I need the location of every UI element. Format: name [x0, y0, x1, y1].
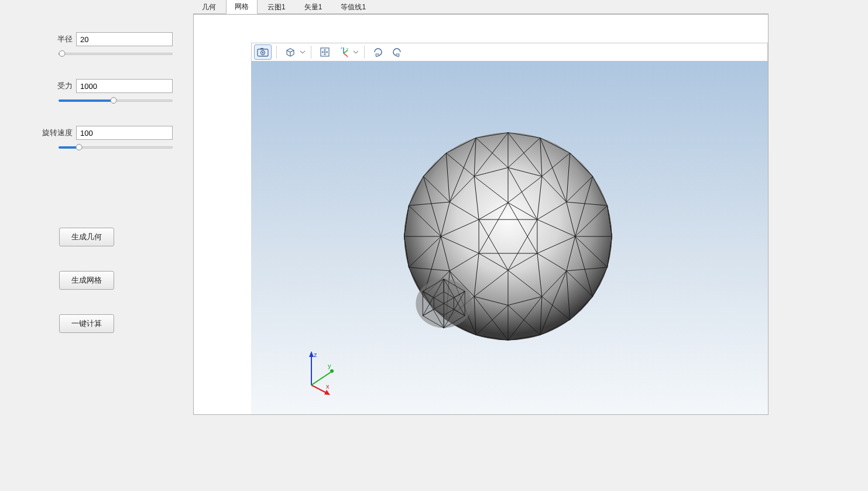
- button-group: 生成几何 生成网格 一键计算: [0, 228, 173, 333]
- rotate-ccw-button[interactable]: [388, 44, 406, 60]
- speed-row: 旋转速度: [0, 126, 173, 140]
- radius-row: 半径: [0, 32, 173, 46]
- compute-button[interactable]: 一键计算: [59, 314, 114, 333]
- axis-z-label: z: [314, 351, 317, 358]
- toolbar-separator: [311, 46, 311, 59]
- radius-slider-wrap: [0, 50, 173, 58]
- speed-slider[interactable]: [59, 143, 173, 152]
- axis-x-label: x: [326, 383, 330, 390]
- speed-input[interactable]: [76, 126, 173, 140]
- fit-icon: [320, 47, 330, 57]
- force-row: 受力: [0, 79, 173, 93]
- chevron-down-icon: [300, 51, 305, 54]
- svg-line-114: [311, 385, 327, 393]
- svg-line-6: [344, 50, 348, 53]
- tab-geometry[interactable]: 几何: [193, 0, 225, 14]
- left-panel: 半径 受力 旋转速度: [0, 0, 193, 491]
- viewport-toolbar: z y x: [251, 43, 768, 61]
- rotate-cw-icon: [372, 46, 384, 58]
- svg-rect-11: [376, 54, 379, 56]
- svg-text:z: z: [341, 46, 342, 50]
- tab-contour1[interactable]: 云图1: [259, 0, 294, 14]
- svg-rect-12: [396, 54, 399, 56]
- speed-slider-wrap: [0, 143, 173, 152]
- rotate-cw-button[interactable]: [369, 44, 387, 60]
- tab-vector1[interactable]: 矢量1: [296, 0, 331, 14]
- tab-mesh[interactable]: 网格: [226, 0, 258, 14]
- radius-slider[interactable]: [59, 50, 173, 58]
- cube-icon: [284, 46, 296, 58]
- speed-label: 旋转速度: [42, 128, 76, 138]
- svg-text:x: x: [346, 54, 348, 58]
- axis-orientation-dropdown[interactable]: [352, 44, 359, 60]
- snapshot-button[interactable]: [254, 44, 272, 60]
- projection-dropdown[interactable]: [299, 44, 306, 60]
- main-panel: 几何 网格 云图1 矢量1 等值线1: [193, 0, 868, 491]
- svg-point-2: [262, 52, 264, 54]
- svg-marker-111: [309, 351, 314, 357]
- generate-mesh-button[interactable]: 生成网格: [59, 271, 114, 290]
- fit-view-button[interactable]: [316, 44, 334, 60]
- axis-y-label: y: [328, 362, 331, 369]
- axis-orientation-button[interactable]: z y x: [335, 44, 352, 60]
- render-area[interactable]: z y x: [251, 61, 768, 414]
- tab-isoline1[interactable]: 等值线1: [332, 0, 375, 14]
- svg-rect-3: [260, 48, 263, 50]
- rotate-ccw-icon: [391, 46, 403, 58]
- tab-bar: 几何 网格 云图1 矢量1 等值线1: [193, 0, 768, 14]
- svg-point-113: [330, 369, 334, 373]
- force-label: 受力: [57, 81, 76, 91]
- force-slider-wrap: [0, 97, 173, 105]
- radius-input[interactable]: [76, 32, 173, 46]
- force-input[interactable]: [76, 79, 173, 93]
- radius-label: 半径: [57, 34, 76, 44]
- force-slider[interactable]: [59, 97, 173, 105]
- chevron-down-icon: [354, 51, 358, 54]
- generate-geometry-button[interactable]: 生成几何: [59, 228, 114, 246]
- camera-icon: [257, 47, 269, 57]
- axes-icon: z y x: [338, 46, 349, 58]
- projection-button[interactable]: [282, 44, 299, 60]
- toolbar-separator: [364, 46, 365, 59]
- toolbar-separator: [276, 46, 277, 59]
- viewport: z y x: [193, 14, 768, 415]
- axis-triad: z y x: [297, 350, 338, 397]
- svg-text:y: y: [346, 47, 348, 50]
